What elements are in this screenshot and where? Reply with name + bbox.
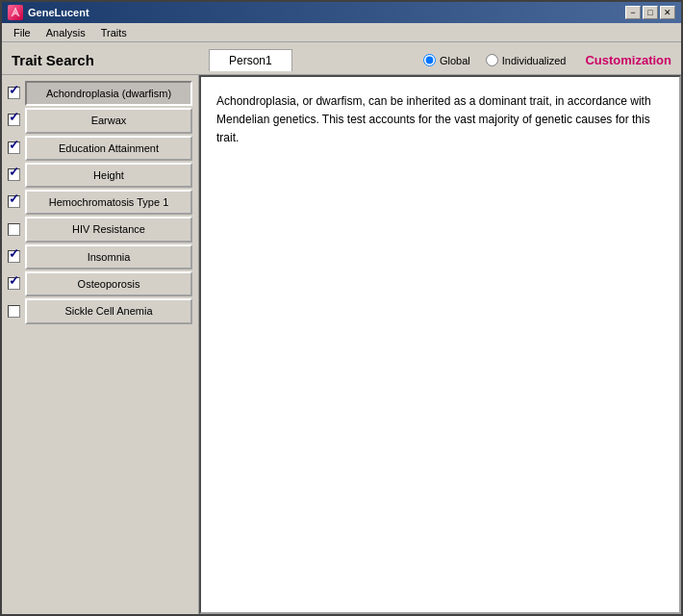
checkbox-wrapper-3[interactable]: ✓ <box>8 168 21 182</box>
radio-individualized-input[interactable] <box>486 54 498 66</box>
tabs-area: Trait Search Person1 Global Individualiz… <box>2 42 681 75</box>
list-item: ✓Education Attainment <box>8 136 192 161</box>
menu-bar: File Analysis Traits <box>2 23 681 42</box>
list-item: ✓Insomnia <box>8 244 192 270</box>
list-item: ✓Achondroplasia (dwarfism) <box>8 81 192 106</box>
radio-individualized[interactable]: Individualized <box>486 54 567 66</box>
checkbox-wrapper-7[interactable]: ✓ <box>8 277 21 291</box>
list-item: ✓Height <box>8 163 192 188</box>
trait-button-8[interactable]: Sickle Cell Anemia <box>25 298 192 323</box>
list-item: Sickle Cell Anemia <box>8 298 192 323</box>
checkbox-wrapper-2[interactable]: ✓ <box>8 141 21 155</box>
radio-global-input[interactable] <box>423 54 436 66</box>
app-window: GeneLucent − □ ✕ File Analysis Traits Tr… <box>0 0 683 616</box>
list-item: ✓Earwax <box>8 108 192 133</box>
tab-person1[interactable]: Person1 <box>209 49 292 71</box>
list-item: HIV Resistance <box>8 217 192 242</box>
menu-traits[interactable]: Traits <box>93 25 135 40</box>
menu-file[interactable]: File <box>6 25 38 40</box>
trait-search-header: Trait Search <box>2 46 209 74</box>
radio-individualized-label: Individualized <box>502 55 567 66</box>
trait-button-0[interactable]: Achondroplasia (dwarfism) <box>25 81 192 106</box>
checkbox-wrapper-4[interactable]: ✓ <box>8 195 21 209</box>
close-button[interactable]: ✕ <box>660 6 675 19</box>
list-item: ✓Hemochromatosis Type 1 <box>8 190 192 215</box>
trait-button-2[interactable]: Education Attainment <box>25 136 192 161</box>
description-text: Achondroplasia, or dwarfism, can be inhe… <box>216 92 664 148</box>
customization-label[interactable]: Customization <box>575 53 681 67</box>
checkbox-wrapper-5[interactable] <box>8 223 21 237</box>
content-area: ✓Achondroplasia (dwarfism)✓Earwax✓Educat… <box>2 75 681 614</box>
radio-global-label: Global <box>440 55 470 66</box>
title-bar: GeneLucent − □ ✕ <box>2 2 681 23</box>
trait-button-7[interactable]: Osteoporosis <box>25 271 192 296</box>
description-area: Achondroplasia, or dwarfism, can be inhe… <box>199 75 681 614</box>
minimize-button[interactable]: − <box>625 6 641 19</box>
title-bar-left: GeneLucent <box>8 5 89 20</box>
main-content: Trait Search Person1 Global Individualiz… <box>2 42 681 614</box>
trait-button-3[interactable]: Height <box>25 163 192 188</box>
maximize-button[interactable]: □ <box>643 6 658 19</box>
radio-global[interactable]: Global <box>423 54 470 66</box>
trait-list: ✓Achondroplasia (dwarfism)✓Earwax✓Educat… <box>2 75 199 614</box>
checkbox-wrapper-0[interactable]: ✓ <box>8 87 21 100</box>
trait-button-5[interactable]: HIV Resistance <box>25 217 192 242</box>
app-logo <box>8 5 23 20</box>
checkbox-wrapper-1[interactable]: ✓ <box>8 114 21 127</box>
trait-button-1[interactable]: Earwax <box>25 108 192 133</box>
window-controls: − □ ✕ <box>625 6 675 19</box>
trait-button-4[interactable]: Hemochromatosis Type 1 <box>25 190 192 215</box>
radio-group: Global Individualized <box>414 54 575 66</box>
app-title: GeneLucent <box>28 7 89 18</box>
checkbox-wrapper-6[interactable]: ✓ <box>8 250 21 264</box>
trait-button-6[interactable]: Insomnia <box>25 244 192 270</box>
checkbox-wrapper-8[interactable] <box>8 305 21 319</box>
menu-analysis[interactable]: Analysis <box>38 25 93 40</box>
list-item: ✓Osteoporosis <box>8 271 192 296</box>
